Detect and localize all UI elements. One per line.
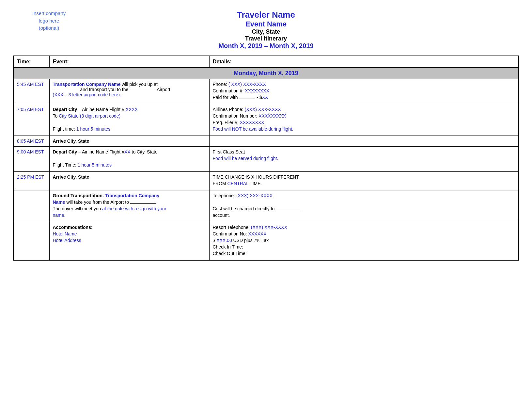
ground-transport-line3: The driver will meet you at the gate wit… (53, 206, 206, 211)
details-cell: Resort Telephone: (XXX) XXX-XXXX Confirm… (209, 222, 519, 261)
flight-time2: Flight Time: 1 hour 5 minutes (53, 162, 206, 168)
phone-detail: Phone: ( XXX) XXX-XXXX (213, 82, 515, 87)
event-text: will pick you up at (122, 82, 158, 87)
details-cell: Airlines Phone: (XXX) XXX-XXXX Confirmat… (209, 104, 519, 136)
food-note: Food will NOT be available during flight… (213, 126, 515, 132)
event-name: Event Name (218, 20, 313, 28)
event-cell: Depart City – Airline Name Flight # XXXX… (49, 104, 209, 136)
time-cell (13, 190, 49, 222)
event-cell: Arrive City, State (49, 172, 209, 190)
table-header-row: Time: Event: Details: (13, 56, 519, 68)
account-detail: account. (213, 213, 515, 218)
depart2-line2 (53, 156, 206, 161)
details-cell: Phone: ( XXX) XXX-XXXX Confirmation #: X… (209, 79, 519, 104)
checkin: Check In Time: (213, 244, 515, 249)
event-cell: Transportation Company Name will pick yo… (49, 79, 209, 104)
arrive2-label: Arrive City, State (53, 174, 89, 180)
time-cell: 9:00 AM EST (13, 147, 49, 172)
time-change2: FROM CENTRAL TIME. (213, 181, 515, 186)
table-row: 9:00 AM EST Depart City – Airline Name F… (13, 147, 519, 172)
telephone-detail: Telephone: (XXX) XXX-XXXX (213, 193, 515, 198)
header-event: Event: (49, 56, 209, 68)
blank-airport (130, 91, 156, 91)
paid-detail: Paid for with - $XX (213, 95, 515, 100)
time-change: TIME CHANGE IS X HOURS DIFFERENT (213, 174, 515, 180)
city-state: City, State (218, 28, 313, 35)
checkout: Check Out Time: (213, 251, 515, 256)
day-header-row: Monday, Month X, 2019 (13, 68, 519, 79)
event-cell: Ground Transportation: Transportation Co… (49, 190, 209, 222)
time-cell: 2:25 PM EST (13, 172, 49, 190)
header-details: Details: (209, 56, 519, 68)
ground-transport-line4: name. (53, 213, 206, 218)
itinerary-table: Time: Event: Details: Monday, Month X, 2… (13, 56, 519, 261)
accommodations-label: Accommodations: (53, 225, 206, 230)
food-note2: Food will be served during flight. (213, 156, 515, 161)
arrive-label: Arrive City, State (53, 138, 89, 144)
day-header-cell: Monday, Month X, 2019 (13, 68, 519, 79)
event-text-3: Airport (157, 87, 170, 92)
confirmation-detail: Confirmation #: XXXXXXXX (213, 88, 515, 93)
table-row: 8:05 AM EST Arrive City, State (13, 136, 519, 147)
depart-line3 (53, 120, 206, 125)
details-cell: First Class Seat Food will be served dur… (209, 147, 519, 172)
header-area: Insert companylogo here(optional) Travel… (13, 10, 519, 50)
company-name: Transportation Company Name (53, 82, 121, 87)
airlines-phone: Airlines Phone: (XXX) XXX-XXXX (213, 107, 515, 112)
travel-dates: Month X, 2019 – Month X, 2019 (218, 42, 313, 50)
confirmation-no: Confirmation No: XXXXXX (213, 231, 515, 236)
confirmation-number: Confirmation Number: XXXXXXXXX (213, 113, 515, 119)
table-row: 2:25 PM EST Arrive City, State TIME CHAN… (13, 172, 519, 190)
depart2-line1: Depart City – Airline Name Flight #XX to… (53, 149, 206, 154)
header-time: Time: (13, 56, 49, 68)
time-cell: 8:05 AM EST (13, 136, 49, 147)
table-row: Ground Transportation: Transportation Co… (13, 190, 519, 222)
ground-transport-line1: Ground Transportation: Transportation Co… (53, 193, 206, 198)
ground-transport-line2: Name will take you from the Airport to . (53, 200, 206, 205)
hotel-name: Hotel Name (53, 231, 206, 236)
travel-itinerary: Travel Itinerary (218, 35, 313, 42)
logo-placeholder: Insert companylogo here(optional) (13, 10, 85, 32)
table-row: 5:45 AM EST Transportation Company Name … (13, 79, 519, 104)
event-cell: Arrive City, State (49, 136, 209, 147)
table-row: 7:05 AM EST Depart City – Airline Name F… (13, 104, 519, 136)
depart-line1: Depart City – Airline Name Flight # XXXX (53, 107, 206, 112)
resort-phone: Resort Telephone: (XXX) XXX-XXXX (213, 225, 515, 230)
time-cell (13, 222, 49, 261)
details-cell: TIME CHANGE IS X HOURS DIFFERENT FROM CE… (209, 172, 519, 190)
time-cell: 7:05 AM EST (13, 104, 49, 136)
time-cell: 5:45 AM EST (13, 79, 49, 104)
event-cell: Depart City – Airline Name Flight #XX to… (49, 147, 209, 172)
cost-detail: Cost will be charged directly to (213, 206, 515, 211)
hotel-address: Hotel Address (53, 238, 206, 243)
table-row: Accommodations: Hotel Name Hotel Address… (13, 222, 519, 261)
airport-code-note: (XXX – 3 letter airport code here). (53, 92, 121, 97)
title-block: Traveler Name Event Name City, State Tra… (218, 10, 313, 50)
blank-pickup (53, 91, 79, 91)
first-class: First Class Seat (213, 149, 515, 154)
price-detail: $ XXX.00 USD plus 7% Tax (213, 238, 515, 243)
depart-line2: To City State (3 digit airport code) (53, 113, 206, 119)
flight-time: Flight time: 1 hour 5 minutes (53, 126, 206, 132)
traveler-name: Traveler Name (218, 10, 313, 20)
spacer (213, 200, 515, 205)
freq-flier: Freq. Flier #: XXXXXXXX (213, 120, 515, 125)
details-cell: Telephone: (XXX) XXX-XXXX Cost will be c… (209, 190, 519, 222)
event-text-2: and transport you to the (80, 87, 130, 92)
details-cell (209, 136, 519, 147)
event-cell: Accommodations: Hotel Name Hotel Address (49, 222, 209, 261)
logo-text: Insert companylogo here(optional) (32, 10, 66, 31)
